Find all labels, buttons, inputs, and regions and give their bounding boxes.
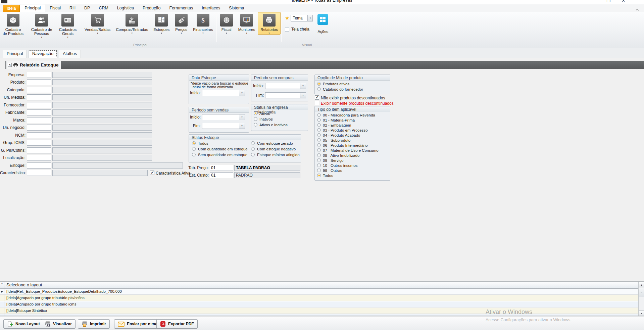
radio-tipo-04[interactable] bbox=[317, 133, 321, 137]
tela-cheia-checkbox[interactable] bbox=[285, 27, 289, 32]
fabricante-input[interactable] bbox=[27, 109, 51, 115]
navtab-atalhos[interactable]: Atalhos bbox=[59, 50, 81, 58]
precos-button[interactable]: S Preços ▼ bbox=[172, 12, 190, 35]
radio-ativos-e-inativos[interactable] bbox=[254, 123, 257, 127]
tab-fiscal[interactable]: Fiscal bbox=[45, 4, 65, 12]
tema-combobox[interactable]: Tema ▼ bbox=[291, 15, 313, 21]
scroll-up-icon[interactable]: ▲ bbox=[639, 282, 644, 287]
psv-fim-datepicker[interactable]: ▼ bbox=[202, 123, 245, 129]
fiscal-button[interactable]: Fiscal ▼ bbox=[217, 12, 236, 35]
chevron-down-icon[interactable]: ▼ bbox=[307, 15, 312, 21]
chevron-down-icon[interactable]: ▼ bbox=[239, 90, 245, 96]
caracteristica-input[interactable] bbox=[27, 170, 51, 176]
radio-tipo-08[interactable] bbox=[317, 153, 321, 157]
estoque-input[interactable] bbox=[27, 162, 51, 169]
novo-layout-button[interactable]: Novo Layout bbox=[3, 319, 44, 329]
radio-tipo-03[interactable] bbox=[317, 128, 321, 132]
chevron-down-icon[interactable]: ▼ bbox=[300, 93, 306, 98]
cadastros-gerais-button[interactable]: Cadastros Gerais ▼ bbox=[55, 12, 80, 39]
layout-row-2[interactable]: [Ideia]Agrupado por grupo tributário pis… bbox=[0, 295, 638, 301]
g-pis-cofins-input[interactable] bbox=[27, 147, 51, 153]
psc-inicio-datepicker[interactable]: ▼ bbox=[265, 83, 306, 89]
radio-tipo-00[interactable] bbox=[317, 113, 321, 117]
financeiros-button[interactable]: $ Financeiros ▼ bbox=[190, 12, 215, 35]
vendas-saidas-button[interactable]: Vendas/Saídas ▼ bbox=[82, 12, 113, 35]
empresa-input[interactable] bbox=[27, 72, 51, 78]
radio-tipo-01[interactable] bbox=[317, 118, 321, 122]
layout-row-3[interactable]: [Ideia]Agrupado por grupo tributário icm… bbox=[0, 301, 638, 308]
un-medida-input[interactable] bbox=[27, 94, 51, 100]
chevron-down-icon[interactable]: ▼ bbox=[239, 114, 245, 120]
psv-inicio-datepicker[interactable]: ▼ bbox=[202, 114, 245, 120]
exportar-pdf-button[interactable]: Exportar PDF bbox=[156, 319, 198, 329]
radio-estoque-zerado[interactable] bbox=[251, 141, 255, 145]
layout-row-1[interactable]: ▶ [Ideia]Rel._Estoque_ProdutosEstoque_Es… bbox=[0, 289, 638, 295]
restore-icon[interactable]: ❐ bbox=[606, 0, 610, 3]
localizacao-input[interactable] bbox=[27, 155, 51, 161]
cadastro-de-pessoas-button[interactable]: Cadastro de Pessoas ▼ bbox=[28, 12, 55, 39]
marca-input[interactable] bbox=[27, 117, 51, 123]
close-report-icon[interactable]: ✕ bbox=[8, 63, 12, 67]
estoques-button[interactable]: Estoques ▼ bbox=[151, 12, 172, 35]
tab-crm[interactable]: CRM bbox=[94, 4, 112, 12]
close-icon[interactable]: ✕ bbox=[622, 0, 625, 3]
radio-tipo-10[interactable] bbox=[317, 163, 321, 167]
visualizar-button[interactable]: Visualizar bbox=[41, 319, 76, 329]
est-custo-input[interactable] bbox=[210, 172, 233, 178]
tab-sistema[interactable]: Sistema bbox=[225, 4, 248, 12]
radio-tipo-06[interactable] bbox=[317, 143, 321, 147]
radio-ativos[interactable] bbox=[254, 111, 257, 115]
tab-dp[interactable]: DP bbox=[80, 4, 94, 12]
caracteristica-ativa-checkbox[interactable] bbox=[150, 171, 154, 175]
tab-interfaces[interactable]: Interfaces bbox=[197, 4, 225, 12]
produto-input[interactable] bbox=[27, 79, 51, 85]
radio-todos-estoque[interactable] bbox=[192, 141, 196, 145]
list-scrollbar[interactable]: ▲ ≡ ▼ bbox=[638, 282, 644, 316]
radio-tipo-09[interactable] bbox=[317, 158, 321, 162]
tab-ferramentas[interactable]: Ferramentas bbox=[165, 4, 197, 12]
radio-estoque-negativo[interactable] bbox=[251, 147, 255, 151]
ncm-input[interactable] bbox=[27, 132, 51, 138]
monitores-button[interactable]: Monitores ▼ bbox=[236, 12, 258, 35]
chevron-down-icon[interactable]: ▼ bbox=[239, 123, 245, 129]
un-negocio-input[interactable] bbox=[27, 125, 51, 131]
tab-preco-input[interactable] bbox=[210, 165, 233, 171]
fornecedor-input[interactable] bbox=[27, 102, 51, 108]
categoria-input[interactable] bbox=[27, 87, 51, 93]
tab-logistica[interactable]: Logística bbox=[113, 4, 138, 12]
enviar-email-button[interactable]: Enviar por e-mail bbox=[114, 319, 163, 329]
relatorios-button[interactable]: Relatorios ▼ bbox=[258, 12, 281, 35]
radio-estoque-minimo[interactable] bbox=[251, 153, 255, 156]
tab-principal[interactable]: Principal bbox=[20, 4, 45, 12]
exibir-somente-descontinuados-checkbox[interactable] bbox=[315, 101, 319, 105]
layout-row-4[interactable]: [Ideia]Estoque Sintético bbox=[0, 308, 638, 314]
compras-entradas-button[interactable]: Compras/Entradas ▼ bbox=[113, 12, 151, 35]
psc-fim-datepicker[interactable]: ▼ bbox=[265, 92, 306, 98]
cadastro-de-produtos-button[interactable]: Cadastro de Produtos bbox=[0, 12, 26, 36]
chevron-down-icon[interactable]: ▼ bbox=[300, 83, 306, 89]
layout-row-5[interactable]: [Ideia]Rel._Estoque_ProdutosEstoque_Esto… bbox=[0, 314, 638, 316]
tab-ideia[interactable]: Ideia bbox=[3, 5, 20, 12]
scrollbar-thumb[interactable]: ≡ bbox=[639, 288, 644, 297]
imprimir-button[interactable]: Imprimir bbox=[78, 319, 110, 329]
tab-rh[interactable]: RH bbox=[65, 4, 80, 12]
grup-icms-input[interactable] bbox=[27, 140, 51, 146]
acoes-button[interactable]: Ações bbox=[314, 12, 332, 34]
radio-catalogo-fornecedor[interactable] bbox=[317, 87, 321, 91]
radio-sem-quantidade[interactable] bbox=[192, 153, 196, 156]
nao-exibir-descontinuados-checkbox[interactable] bbox=[315, 95, 319, 100]
radio-tipo-05[interactable] bbox=[317, 138, 321, 142]
data-estoque-inicio-datepicker[interactable]: ▼ bbox=[202, 90, 245, 96]
radio-com-quantidade[interactable] bbox=[192, 147, 196, 151]
radio-inativos[interactable] bbox=[254, 117, 257, 121]
radio-tipo-todos[interactable] bbox=[317, 174, 321, 177]
radio-produtos-ativos[interactable] bbox=[317, 82, 321, 86]
radio-tipo-02[interactable] bbox=[317, 123, 321, 127]
tab-producao[interactable]: Produção bbox=[138, 4, 165, 12]
scroll-down-icon[interactable]: ▼ bbox=[639, 311, 644, 316]
collapse-ribbon-icon[interactable] bbox=[635, 6, 639, 12]
radio-tipo-07[interactable] bbox=[317, 148, 321, 152]
navtab-navegacao[interactable]: Navegação bbox=[28, 50, 57, 58]
navtab-principal[interactable]: Principal bbox=[3, 50, 27, 58]
radio-tipo-99[interactable] bbox=[317, 169, 321, 172]
